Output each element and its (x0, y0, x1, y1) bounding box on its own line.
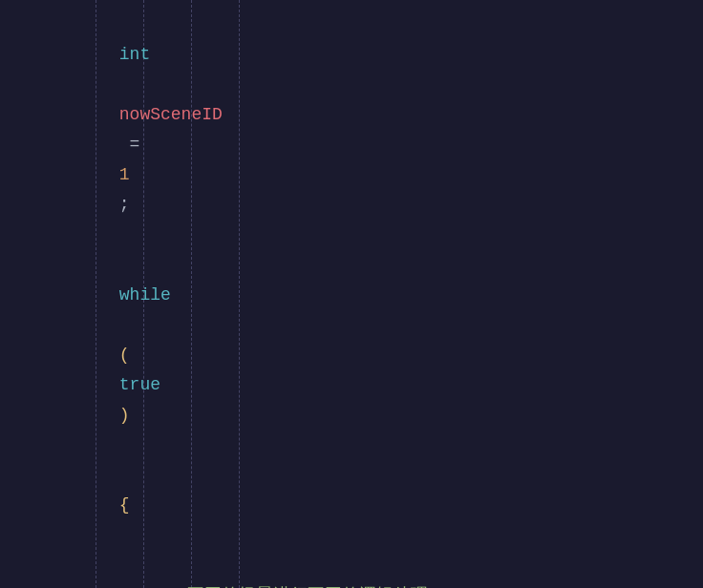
keyword-true: true (119, 375, 160, 394)
keyword-int: int (119, 45, 150, 64)
keyword-while: while (119, 285, 171, 304)
code-line-3: { (0, 461, 703, 552)
code-line-1: int nowSceneID = 1 ; (0, 10, 703, 250)
code-editor: int nowSceneID = 1 ; while ( true ) { //… (0, 0, 703, 588)
num-1: 1 (119, 165, 130, 184)
var-nowSceneID: nowSceneID (119, 105, 223, 124)
code-line-4: //不同的场景进行不同的逻辑处理 (0, 551, 703, 588)
code-line-2: while ( true ) (0, 250, 703, 461)
